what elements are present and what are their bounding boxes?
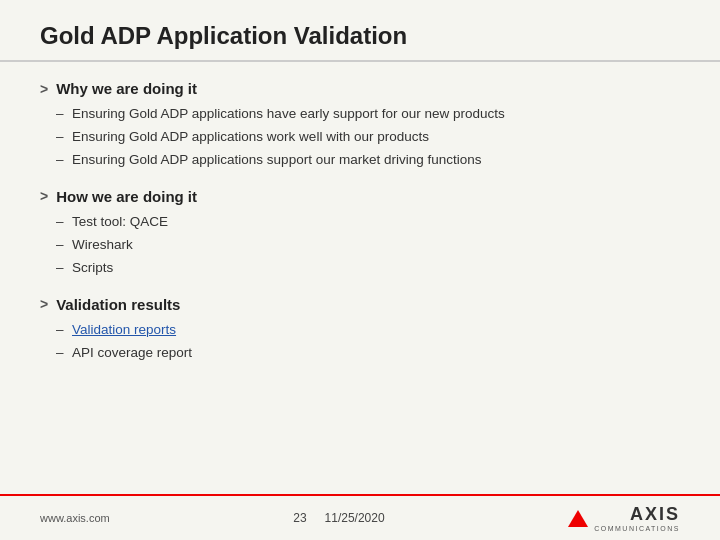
validation-reports-link[interactable]: Validation reports [72,322,176,337]
footer-slide-number: 23 [293,511,306,525]
footer-left: www.axis.com [40,512,110,524]
section-why-title: Why we are doing it [56,80,197,97]
arrow-icon-why: > [40,81,48,97]
axis-triangle-icon [568,510,588,527]
footer-date: 11/25/2020 [325,511,385,525]
section-validation: > Validation results Validation reports … [40,296,680,365]
section-validation-header: > Validation results [40,296,680,313]
section-how: > How we are doing it Test tool: QACE Wi… [40,188,680,280]
arrow-icon-how: > [40,188,48,204]
list-item: Ensuring Gold ADP applications have earl… [72,103,680,126]
list-item: Scripts [72,257,680,280]
list-item-api-coverage: API coverage report [72,342,680,365]
section-how-bullets: Test tool: QACE Wireshark Scripts [40,211,680,280]
section-how-title: How we are doing it [56,188,197,205]
axis-logo-sub: COMMUNICATIONS [594,525,680,532]
section-how-header: > How we are doing it [40,188,680,205]
list-item: Wireshark [72,234,680,257]
section-why-header: > Why we are doing it [40,80,680,97]
slide-header: Gold ADP Application Validation [0,0,720,62]
axis-logo-text: AXIS [630,504,680,525]
slide-content: > Why we are doing it Ensuring Gold ADP … [0,62,720,494]
list-item: Ensuring Gold ADP applications work well… [72,126,680,149]
section-why-bullets: Ensuring Gold ADP applications have earl… [40,103,680,172]
arrow-icon-validation: > [40,296,48,312]
axis-logo: AXIS COMMUNICATIONS [594,504,680,532]
slide-title: Gold ADP Application Validation [40,22,680,50]
list-item: Ensuring Gold ADP applications support o… [72,149,680,172]
section-why: > Why we are doing it Ensuring Gold ADP … [40,80,680,172]
section-validation-title: Validation results [56,296,180,313]
list-item: Test tool: QACE [72,211,680,234]
axis-logo-wrapper: AXIS COMMUNICATIONS [568,504,680,532]
footer: www.axis.com 23 11/25/2020 AXIS COMMUNIC… [0,494,720,540]
footer-url: www.axis.com [40,512,110,524]
list-item-validation-reports[interactable]: Validation reports [72,319,680,342]
slide: Gold ADP Application Validation > Why we… [0,0,720,540]
section-validation-bullets: Validation reports API coverage report [40,319,680,365]
